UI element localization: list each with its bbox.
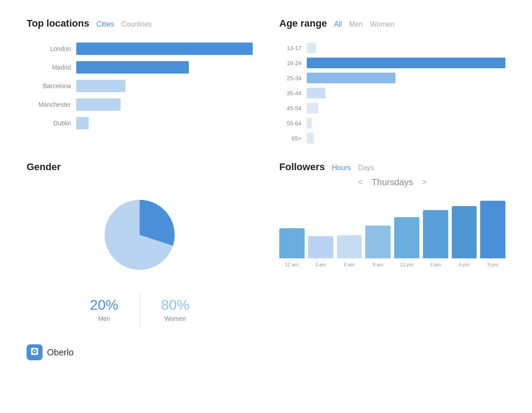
tab-countries[interactable]: Countries [121, 20, 151, 28]
age-bar-fill [307, 118, 312, 129]
tab-women[interactable]: Women [370, 20, 395, 28]
gender-stats: 20% Men 80% Women [69, 292, 211, 327]
top-locations-title: Top locations [27, 18, 89, 29]
gender-pie-chart [95, 191, 184, 279]
list-item: Manchester [27, 98, 253, 111]
bar-fill [76, 61, 189, 74]
list-item: 25-34 [279, 73, 505, 83]
list-item [365, 226, 391, 258]
gender-header: Gender [27, 161, 253, 173]
age-label: 13-17 [279, 45, 301, 51]
list-item: 65+ [279, 133, 505, 144]
women-percent: 80% [145, 297, 207, 313]
bar-label: Manchester [27, 101, 71, 108]
oberlo-logo [27, 344, 43, 360]
followers-title: Followers [279, 161, 325, 173]
day-navigator: < Thursdays > [279, 177, 505, 187]
top-locations-section: Top locations Cities Countries LondonMad… [27, 18, 253, 144]
age-range-section: Age range All Men Women 13-1718-2425-343… [279, 18, 505, 144]
age-bar-track [307, 88, 505, 98]
age-label: 55-64 [279, 120, 301, 127]
time-label: 12 am [279, 262, 305, 267]
bar-track [76, 80, 253, 92]
followers-bar [308, 236, 333, 258]
next-day-button[interactable]: > [422, 178, 427, 187]
gender-stat-men: 20% Men [69, 292, 140, 327]
brand-name: Oberlo [47, 347, 74, 358]
bar-fill [76, 117, 89, 129]
age-bar-fill [307, 88, 325, 98]
men-percent: 20% [73, 297, 135, 313]
age-range-header: Age range All Men Women [279, 18, 505, 29]
svg-point-4 [34, 351, 35, 352]
bar-label: Barcelona [27, 82, 71, 90]
men-label: Men [73, 315, 135, 322]
age-bar-track [307, 43, 505, 53]
list-item: London [27, 43, 253, 55]
followers-section: Followers Hours Days < Thursdays > 12 am… [279, 161, 505, 327]
list-item [337, 235, 362, 258]
age-bar-track [307, 118, 505, 129]
prev-day-button[interactable]: < [358, 178, 363, 187]
time-label: 6 am [337, 262, 362, 267]
bar-label: Madrid [27, 64, 71, 71]
time-labels: 12 am3 am6 am9 am12 pm3 pm6 pm9 pm [279, 262, 505, 267]
tab-all[interactable]: All [334, 20, 342, 28]
time-label: 9 pm [480, 262, 505, 267]
followers-bar [337, 235, 362, 258]
gender-title: Gender [27, 161, 61, 173]
bar-fill [76, 43, 253, 55]
age-label: 45-54 [279, 105, 301, 112]
age-bar-track [307, 133, 505, 144]
time-label: 3 pm [423, 262, 448, 267]
current-day-label: Thursdays [372, 177, 413, 187]
time-label: 3 am [308, 262, 333, 267]
list-item: 18-24 [279, 58, 505, 68]
tab-cities[interactable]: Cities [96, 20, 114, 28]
bar-label: Dublin [27, 120, 71, 127]
list-item: 13-17 [279, 43, 505, 53]
list-item: 45-54 [279, 103, 505, 113]
age-bar-fill [307, 103, 318, 113]
age-bar-fill [307, 73, 395, 83]
followers-bar [279, 228, 305, 258]
tab-days[interactable]: Days [358, 164, 374, 172]
bar-fill [76, 98, 121, 111]
age-label: 35-44 [279, 90, 301, 97]
age-bar-fill [307, 133, 314, 144]
women-label: Women [145, 315, 207, 322]
followers-bar-chart [279, 196, 505, 258]
list-item [308, 236, 333, 258]
time-label: 12 pm [394, 262, 419, 267]
followers-bar [423, 210, 448, 258]
oberlo-icon [30, 347, 39, 358]
tab-men[interactable]: Men [349, 20, 363, 28]
age-bar-chart: 13-1718-2425-3435-4445-5455-6465+ [279, 43, 505, 144]
tab-hours[interactable]: Hours [332, 164, 351, 172]
list-item [279, 228, 305, 258]
followers-bar [480, 201, 505, 258]
list-item: 55-64 [279, 118, 505, 129]
followers-bar [365, 226, 391, 258]
bar-fill [76, 80, 125, 92]
list-item [423, 210, 448, 258]
bar-track [76, 117, 253, 129]
age-label: 25-34 [279, 75, 301, 82]
bar-track [76, 43, 253, 55]
followers-bar [394, 217, 419, 258]
age-label: 18-24 [279, 60, 301, 66]
time-label: 9 am [365, 262, 391, 267]
list-item: Dublin [27, 117, 253, 129]
age-label: 65+ [279, 135, 301, 142]
age-bar-fill [307, 58, 505, 68]
bar-track [76, 98, 253, 111]
gender-stat-women: 80% Women [140, 292, 211, 327]
followers-bar [452, 206, 477, 258]
footer: Oberlo [27, 344, 505, 360]
locations-bar-chart: LondonMadridBarcelonaManchesterDublin [27, 43, 253, 129]
bar-label: London [27, 45, 71, 52]
list-item: Barcelona [27, 80, 253, 92]
gender-content: 20% Men 80% Women [27, 186, 253, 327]
followers-header: Followers Hours Days [279, 161, 505, 173]
age-bar-track [307, 58, 505, 68]
